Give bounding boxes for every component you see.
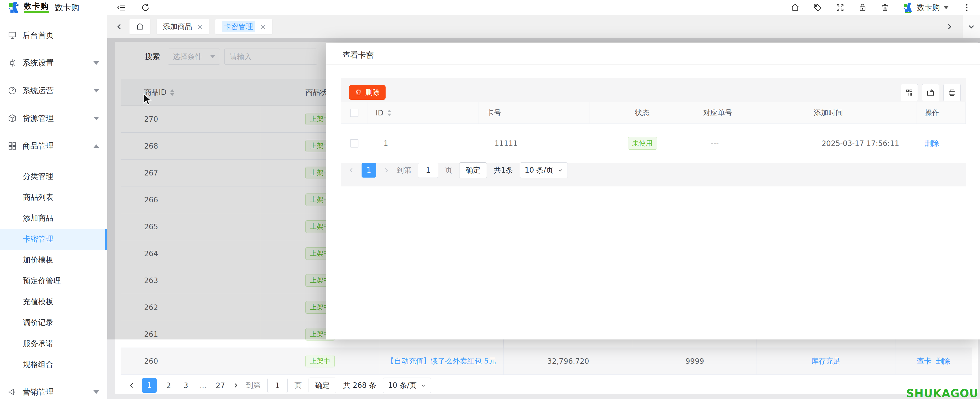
sidebar-item-system-operation[interactable]: 系统运营 bbox=[0, 77, 107, 105]
table-row: 260 上架中 【自动充值】饿了么外卖红包 5元 32,796.720 9999… bbox=[121, 348, 972, 375]
refresh-icon[interactable] bbox=[141, 3, 150, 12]
delete-link[interactable]: 删除 bbox=[936, 356, 950, 366]
sidebar-item-product-list[interactable]: 商品列表 bbox=[0, 187, 107, 208]
page-number[interactable]: 2 bbox=[164, 381, 174, 390]
sidebar-item-label: 添加商品 bbox=[23, 213, 53, 224]
tab-home[interactable] bbox=[129, 19, 150, 34]
tabs-dropdown[interactable] bbox=[963, 15, 980, 38]
tab-label: 添加商品 bbox=[163, 22, 192, 32]
page-ellipsis[interactable]: ... bbox=[198, 381, 208, 390]
chevron-down-icon bbox=[943, 6, 949, 9]
select-all-checkbox[interactable] bbox=[350, 109, 358, 117]
goto-page-input[interactable] bbox=[267, 378, 288, 393]
product-name-link[interactable]: 【自动充值】饿了么外卖红包 5元 bbox=[387, 356, 496, 366]
total-count: 共1条 bbox=[494, 165, 513, 175]
goto-confirm-button[interactable]: 确定 bbox=[309, 378, 336, 393]
header-status: 状态 bbox=[589, 102, 695, 124]
megaphone-icon bbox=[8, 388, 17, 396]
goto-page-input[interactable] bbox=[418, 163, 438, 178]
topbar-right: 数卡购 bbox=[791, 2, 980, 13]
sort-icon[interactable] bbox=[387, 110, 391, 116]
sidebar-item-label: 后台首页 bbox=[22, 30, 99, 41]
header-label: 卡号 bbox=[487, 108, 501, 118]
tabs-scroll-right-icon[interactable] bbox=[945, 23, 953, 30]
sidebar-item-price-adjust-log[interactable]: 调价记录 bbox=[0, 312, 107, 333]
page-number[interactable]: 1 bbox=[361, 163, 376, 178]
modal-pagination: 1 到第 页 确定 共1条 10 条/页 bbox=[348, 162, 568, 178]
view-cards-modal: 查看卡密 删除 bbox=[326, 43, 980, 339]
sidebar-item-category[interactable]: 分类管理 bbox=[0, 166, 107, 187]
sidebar-item-supply[interactable]: 货源管理 bbox=[0, 105, 107, 132]
more-vertical-icon[interactable] bbox=[962, 3, 971, 12]
page-number[interactable]: 27 bbox=[215, 381, 226, 390]
delete-link[interactable]: 删除 bbox=[925, 138, 939, 148]
tabbar-right bbox=[945, 15, 980, 38]
sidebar-item-product[interactable]: 商品管理 bbox=[0, 132, 107, 160]
status-badge: 上架中 bbox=[305, 355, 335, 367]
export-button[interactable] bbox=[922, 84, 939, 101]
gauge-icon bbox=[8, 86, 17, 95]
page-size-select[interactable]: 10 条/页 bbox=[383, 378, 431, 393]
main-pagination: 1 2 3 ... 27 到第 页 确定 共 268 条 10 条/页 bbox=[129, 378, 431, 393]
sidebar-item-recharge-template[interactable]: 充值模板 bbox=[0, 291, 107, 312]
close-icon[interactable]: × bbox=[260, 22, 266, 31]
sidebar-item-service-promise[interactable]: 服务承诺 bbox=[0, 333, 107, 354]
sidebar-item-dashboard[interactable]: 后台首页 bbox=[0, 21, 107, 49]
header-label: 操作 bbox=[925, 108, 939, 118]
sidebar-item-add-product[interactable]: 添加商品 bbox=[0, 208, 107, 229]
logo-underline bbox=[24, 11, 49, 13]
page-number[interactable]: 3 bbox=[181, 381, 191, 390]
page-number[interactable]: 1 bbox=[142, 378, 157, 393]
close-icon[interactable]: × bbox=[197, 22, 203, 31]
trash-icon[interactable] bbox=[881, 3, 889, 12]
header-added-time: 添加时间 bbox=[806, 102, 917, 124]
header-id[interactable]: ID bbox=[368, 102, 479, 124]
header-label: ID bbox=[375, 109, 383, 117]
chevron-down-icon bbox=[94, 61, 99, 65]
check-card-link[interactable]: 查卡 bbox=[917, 356, 932, 366]
stock-link[interactable]: 库存充足 bbox=[811, 356, 841, 366]
lock-icon[interactable] bbox=[858, 3, 867, 12]
page-size-select[interactable]: 10 条/页 bbox=[520, 162, 568, 178]
goto-confirm-button[interactable]: 确定 bbox=[459, 162, 487, 178]
row-checkbox[interactable] bbox=[350, 139, 358, 148]
sidebar-item-card-secret[interactable]: 卡密管理 bbox=[0, 229, 107, 250]
brand-logo[interactable]: 数卡购 数卡购 bbox=[0, 0, 107, 15]
product-quantity: 9999 bbox=[633, 348, 757, 374]
grid-icon bbox=[8, 141, 17, 150]
row-select-cell bbox=[340, 124, 368, 163]
page-size-value: 10 条/页 bbox=[525, 165, 554, 175]
product-face-value: 32,796.720 bbox=[504, 348, 633, 374]
sidebar-menu: 后台首页 系统设置 系统运营 货源管理 bbox=[0, 15, 107, 399]
print-button[interactable] bbox=[943, 84, 961, 101]
fullscreen-icon[interactable] bbox=[836, 3, 845, 12]
sidebar-item-preset-price[interactable]: 预定价管理 bbox=[0, 270, 107, 291]
sidebar-item-marketing[interactable]: 营销管理 bbox=[0, 378, 107, 399]
card-actions: 删除 bbox=[917, 124, 966, 163]
batch-delete-button[interactable]: 删除 bbox=[349, 85, 386, 100]
sidebar-item-spec-combo[interactable]: 规格组合 bbox=[0, 354, 107, 375]
tab-add-product[interactable]: 添加商品 × bbox=[157, 19, 209, 34]
sidebar-item-system-settings[interactable]: 系统设置 bbox=[0, 49, 107, 77]
tag-icon[interactable] bbox=[813, 3, 822, 12]
tabs-scroll-left-icon[interactable] bbox=[115, 23, 123, 30]
home-icon[interactable] bbox=[791, 3, 800, 12]
collapse-sidebar-icon[interactable] bbox=[117, 3, 126, 12]
topbar-left bbox=[107, 3, 150, 12]
sidebar-item-label: 商品列表 bbox=[23, 192, 53, 203]
sidebar-item-markup-template[interactable]: 加价模板 bbox=[0, 250, 107, 270]
next-page-icon[interactable] bbox=[232, 382, 239, 389]
next-page-icon[interactable] bbox=[383, 167, 390, 174]
cards-table: ID 卡号 状态 对应单号 添加时间 操作 1 11111 未使用 --- 20… bbox=[340, 102, 966, 163]
prev-page-icon[interactable] bbox=[129, 382, 135, 389]
logo-text: 数卡购 bbox=[24, 2, 49, 10]
sidebar: 数卡购 数卡购 后台首页 系统设置 bbox=[0, 0, 107, 399]
columns-toggle-button[interactable] bbox=[900, 84, 918, 101]
app-root: 数卡购 数卡购 后台首页 系统设置 bbox=[0, 0, 980, 399]
prev-page-icon[interactable] bbox=[348, 167, 355, 174]
chevron-down-icon bbox=[94, 390, 99, 394]
tab-card-secret[interactable]: 卡密管理 × bbox=[215, 19, 272, 34]
user-menu[interactable]: 数卡购 bbox=[903, 2, 949, 13]
card-row: 1 11111 未使用 --- 2025-03-17 17:56:11 删除 bbox=[340, 124, 966, 163]
chevron-up-icon bbox=[94, 145, 99, 148]
